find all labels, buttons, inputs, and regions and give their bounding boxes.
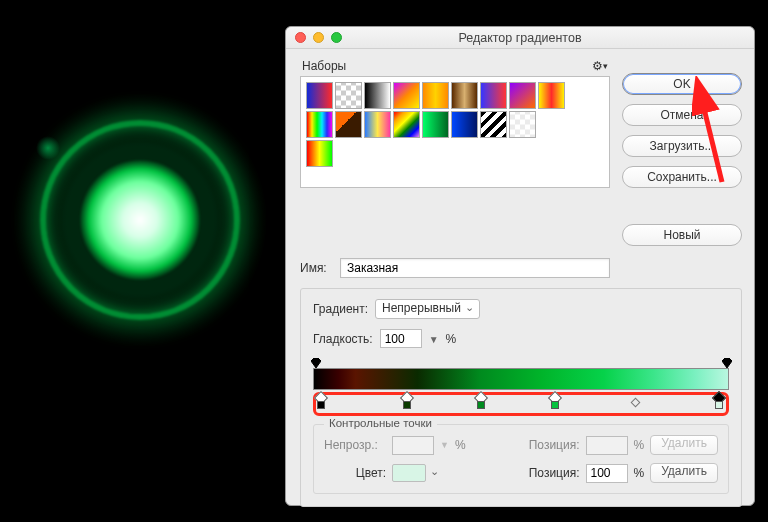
preset-swatch[interactable] — [393, 82, 420, 109]
smoothness-label: Гладкость: — [313, 332, 373, 346]
opacity-stop-row: Непрозр.: ▼ % Позиция: % Удалить — [324, 435, 718, 455]
presets-grid[interactable] — [300, 76, 610, 188]
control-points-title: Контрольные точки — [324, 417, 437, 429]
name-row: Имя: — [300, 258, 610, 278]
color-stop[interactable] — [316, 397, 326, 411]
preset-swatch[interactable] — [306, 140, 333, 167]
gear-icon[interactable]: ⚙▾ — [592, 59, 608, 73]
name-label: Имя: — [300, 261, 332, 275]
chevron-down-icon: ▼ — [440, 440, 449, 450]
gradient-type-select[interactable]: Непрерывный — [375, 299, 480, 319]
delete-color-stop-button[interactable]: Удалить — [650, 463, 718, 483]
color-swatch-picker[interactable] — [392, 464, 426, 482]
preset-swatch[interactable] — [306, 82, 333, 109]
color-stop[interactable] — [714, 397, 724, 411]
color-stop[interactable] — [550, 397, 560, 411]
opacity-unit: % — [455, 438, 466, 452]
position-label: Позиция: — [529, 466, 580, 480]
preset-swatch[interactable] — [422, 82, 449, 109]
smoothness-unit: % — [446, 332, 457, 346]
titlebar: Редактор градиентов — [286, 27, 754, 49]
preset-swatch[interactable] — [422, 111, 449, 138]
color-stop-row: Цвет: Позиция: % Удалить — [324, 463, 718, 483]
preset-swatch[interactable] — [393, 111, 420, 138]
control-points-group: Контрольные точки Непрозр.: ▼ % Позиция:… — [313, 424, 729, 494]
gradient-type-value: Непрерывный — [382, 301, 461, 315]
preset-swatch[interactable] — [509, 111, 536, 138]
opacity-label: Непрозр.: — [324, 438, 386, 452]
color-stop[interactable] — [476, 397, 486, 411]
gradient-editor — [313, 358, 729, 416]
preset-swatch[interactable] — [451, 82, 478, 109]
preset-swatch[interactable] — [306, 111, 333, 138]
opacity-stop-track[interactable] — [313, 358, 729, 368]
name-input[interactable] — [340, 258, 610, 278]
color-stop[interactable] — [402, 397, 412, 411]
save-button[interactable]: Сохранить... — [622, 166, 742, 188]
dialog-buttons: OK Отмена Загрузить... Сохранить... Новы… — [622, 59, 742, 246]
position-label: Позиция: — [529, 438, 580, 452]
smoothness-input[interactable] — [380, 329, 422, 348]
position-unit: % — [634, 466, 645, 480]
lens-flare-preview — [30, 110, 250, 330]
color-label: Цвет: — [324, 466, 386, 480]
ok-button[interactable]: OK — [622, 73, 742, 95]
preset-swatch[interactable] — [364, 111, 391, 138]
preset-swatch[interactable] — [538, 82, 565, 109]
position-unit: % — [634, 438, 645, 452]
presets-panel: Наборы ⚙▾ — [300, 59, 610, 246]
presets-label: Наборы — [302, 59, 346, 73]
gradient-bar[interactable] — [313, 368, 729, 390]
preset-swatch[interactable] — [480, 82, 507, 109]
new-button[interactable]: Новый — [622, 224, 742, 246]
preset-swatch[interactable] — [509, 82, 536, 109]
opacity-position-input — [586, 436, 628, 455]
preset-swatch[interactable] — [335, 111, 362, 138]
midpoint-diamond[interactable] — [630, 398, 640, 408]
cancel-button[interactable]: Отмена — [622, 104, 742, 126]
color-position-input[interactable] — [586, 464, 628, 483]
gradient-editor-window: Редактор градиентов Наборы ⚙▾ — [285, 26, 755, 506]
opacity-stop[interactable] — [311, 358, 320, 367]
opacity-input — [392, 436, 434, 455]
chevron-down-icon[interactable]: ▼ — [429, 334, 439, 345]
preset-swatch[interactable] — [451, 111, 478, 138]
preset-swatch[interactable] — [335, 82, 362, 109]
delete-opacity-stop-button: Удалить — [650, 435, 718, 455]
window-title: Редактор градиентов — [286, 31, 754, 45]
svg-marker-0 — [311, 358, 321, 368]
load-button[interactable]: Загрузить... — [622, 135, 742, 157]
color-stop-track[interactable] — [313, 392, 729, 416]
preset-swatch[interactable] — [480, 111, 507, 138]
gradient-group: Градиент: Непрерывный Гладкость: ▼ % — [300, 288, 742, 507]
opacity-stop[interactable] — [722, 358, 731, 367]
svg-marker-1 — [722, 358, 732, 368]
gradient-type-label: Градиент: — [313, 302, 368, 316]
preset-swatch[interactable] — [364, 82, 391, 109]
